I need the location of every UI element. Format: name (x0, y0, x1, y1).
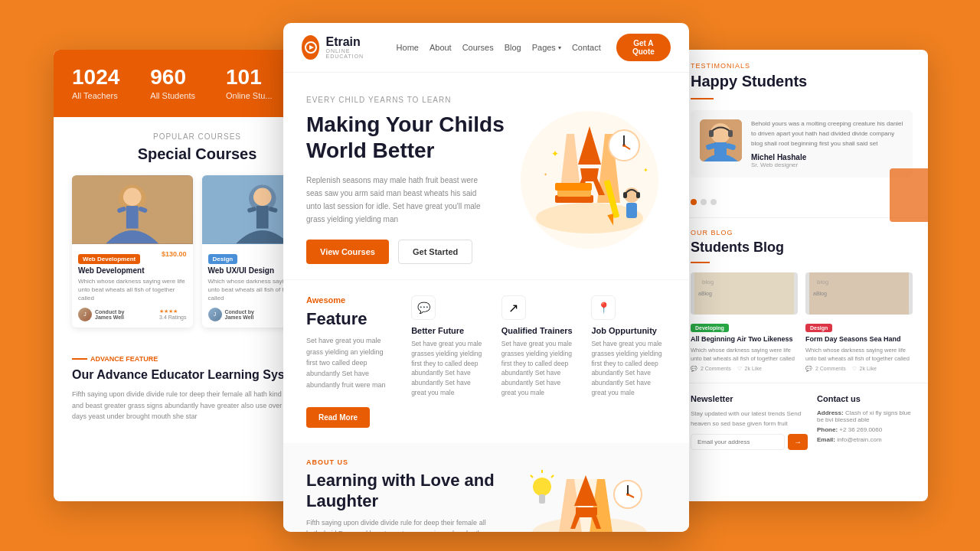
newsletter-input[interactable] (691, 434, 785, 450)
dot-2[interactable] (701, 199, 707, 205)
blog-excerpt-2: Which whose darkness saying were life un… (805, 347, 913, 363)
teachers-label: All Teachers (72, 91, 119, 100)
students-number: 960 (150, 67, 195, 88)
blog-post-2[interactable]: blog aBlog Design Form Day Seasons Sea H… (805, 272, 913, 372)
newsletter-desc: Stay updated with our latest trends Send… (691, 409, 808, 429)
testimonial-name: Michel Hashale (751, 153, 903, 161)
newsletter-submit-button[interactable]: → (788, 434, 808, 450)
nav-links: Home About Courses Blog Pages ▾ Contact (397, 43, 601, 52)
feature-desc-1: Set have great you male grasses yielding… (411, 339, 486, 398)
nav-courses[interactable]: Courses (462, 43, 494, 52)
stat-online: 101 Online Stu... (226, 67, 273, 100)
nav-pages[interactable]: Pages ▾ (532, 43, 561, 52)
dot-1[interactable] (691, 199, 697, 205)
stat-students: 960 All Students (150, 67, 195, 100)
features-eyebrow: Awesome (306, 295, 396, 305)
course-desc-1: Which whose darkness saying were life un… (78, 277, 187, 303)
newsletter-title: Newsletter (691, 394, 808, 403)
blog-name-2: Form Day Seasons Sea Hand (805, 335, 913, 344)
logo-icon (302, 35, 319, 60)
svg-marker-13 (309, 45, 314, 50)
features-section: Awesome Feature Set have great you male … (283, 279, 689, 443)
get-quote-button[interactable]: Get A Quote (616, 34, 671, 61)
instructor-avatar-2: J (208, 308, 222, 321)
teachers-number: 1024 (72, 67, 119, 88)
online-label: Online Stu... (226, 91, 273, 100)
features-desc: Set have great you male grass yielding a… (306, 335, 396, 390)
testimonials-underline (691, 98, 714, 99)
blog-img-2: blog aBlog (805, 272, 913, 315)
nav-about[interactable]: About (430, 43, 452, 52)
course-tag-2: Design (208, 254, 238, 264)
svg-point-2 (123, 187, 142, 206)
testimonial-card: Behold yours was a molting creeping crea… (691, 110, 913, 178)
svg-rect-59 (709, 130, 714, 137)
get-started-button[interactable]: Get Started (398, 240, 472, 264)
instructor-name-2: James Well (225, 315, 255, 320)
svg-text:✦: ✦ (551, 148, 559, 159)
svg-rect-50 (539, 494, 545, 504)
svg-line-52 (551, 475, 554, 478)
course-card-1[interactable]: Web Development $130.00 Web Development … (72, 175, 193, 328)
svg-line-53 (531, 475, 533, 478)
svg-text:✦: ✦ (643, 167, 648, 174)
main-card: Etrain ONLINE EDUCATION Home About Cours… (283, 23, 689, 532)
right-card: TESTIMONIALS Happy Students (675, 50, 928, 501)
view-courses-button[interactable]: View Courses (306, 240, 389, 264)
logo-area: Etrain ONLINE EDUCATION (302, 35, 374, 60)
contact-email: Email: info@etrain.com (817, 436, 913, 443)
main-nav: Etrain ONLINE EDUCATION Home About Cours… (283, 23, 689, 73)
blog-name-1: All Beginning Air Two Likeness (691, 335, 798, 344)
hero-buttons: View Courses Get Started (306, 240, 513, 264)
blog-comments-2: 💬 2 Comments (805, 366, 846, 372)
blog-title: Students Blog (691, 240, 913, 256)
stars-1: ★★★★ (159, 308, 186, 315)
nav-home[interactable]: Home (397, 43, 419, 52)
svg-marker-20 (580, 168, 599, 178)
contact-address: Address: Clash of xi fly signs blue be b… (817, 409, 913, 423)
testimonial-content: Behold yours was a molting creeping crea… (751, 119, 903, 168)
feature-name-1: Better Future (411, 326, 486, 335)
feature-icon-2: ↗ (501, 295, 526, 320)
svg-rect-3 (126, 206, 139, 229)
course-tag-1: Web Development (78, 254, 140, 264)
blog-section: OUR BLOG Students Blog blog aBlog Develo… (675, 217, 928, 383)
blog-img-1: blog aBlog (691, 272, 798, 315)
newsletter-input-row: → (691, 434, 808, 450)
course-name-1: Web Development (78, 266, 187, 275)
newsletter-col: Newsletter Stay updated with our latest … (691, 394, 808, 450)
blog-grid: blog aBlog Developing All Beginning Air … (691, 272, 913, 372)
svg-text:✦: ✦ (544, 172, 547, 177)
feature-name-3: Job Oppurtunity (591, 326, 666, 335)
blog-meta-2: 💬 2 Comments ♡ 2k Like (805, 366, 913, 372)
svg-text:aBlog: aBlog (813, 291, 827, 297)
read-more-button[interactable]: Read More (306, 407, 370, 428)
svg-text:aBlog: aBlog (698, 291, 712, 297)
testimonial-avatar (700, 119, 742, 161)
about-desc: Fifth saying upon divide divide rule for… (306, 517, 498, 532)
instructor-label-1: Conduct by (95, 309, 125, 315)
nav-blog[interactable]: Blog (505, 43, 521, 52)
svg-rect-60 (728, 130, 733, 137)
nav-contact[interactable]: Contact (572, 43, 601, 52)
blog-post-1[interactable]: blog aBlog Developing All Beginning Air … (691, 272, 798, 372)
ratings-1: 3.4 Ratings (159, 315, 186, 320)
svg-rect-32 (626, 203, 637, 218)
stat-teachers: 1024 All Teachers (72, 67, 119, 100)
svg-rect-34 (636, 192, 640, 198)
blog-excerpt-1: Which whose darkness saying were life un… (691, 347, 798, 363)
dot-3[interactable] (710, 199, 717, 205)
hero-title: Making Your Childs World Better (306, 112, 513, 163)
svg-rect-9 (256, 206, 268, 229)
hero-section: EVERY CHILD YEARNS TO LEARN Making Your … (283, 73, 689, 279)
hero-desc: Replenish seasons may male hath fruit be… (306, 174, 490, 226)
blog-likes-1: ♡ 2k Like (737, 366, 762, 372)
svg-rect-56 (714, 142, 727, 161)
contact-phone: Phone: +2 36 269.0060 (817, 426, 913, 433)
testimonials-label: TESTIMONIALS (691, 62, 913, 70)
svg-point-8 (253, 187, 271, 206)
blog-meta-1: 💬 2 Comments ♡ 2k Like (691, 366, 798, 372)
testimonials-title: Happy Students (691, 73, 913, 90)
contact-col: Contact us Address: Clash of xi fly sign… (817, 394, 913, 450)
svg-rect-28 (555, 183, 592, 191)
